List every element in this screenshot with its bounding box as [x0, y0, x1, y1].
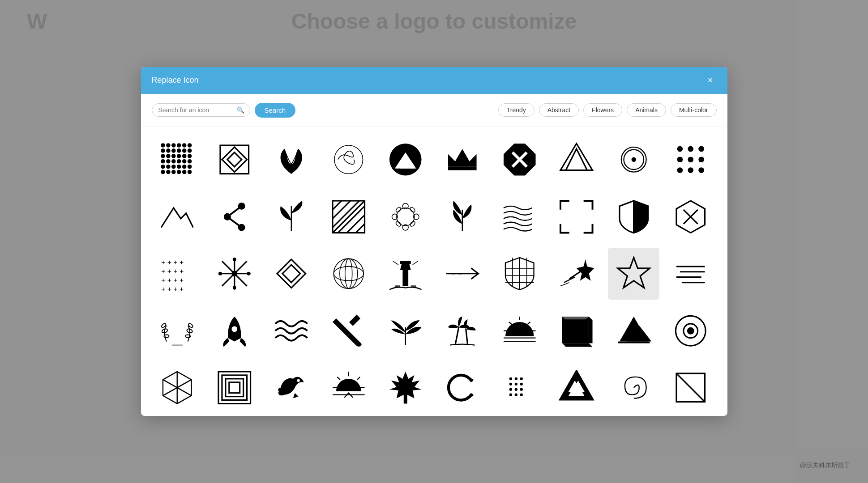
nine-dots-icon[interactable] [665, 134, 716, 186]
shield-grid-icon[interactable] [494, 248, 545, 299]
svg-point-2 [171, 144, 176, 148]
eye-circle-icon[interactable] [665, 305, 716, 356]
bird-icon[interactable] [265, 362, 317, 413]
modal-header: Replace Icon × [141, 67, 727, 94]
svg-point-27 [177, 165, 181, 169]
double-diamond-icon[interactable] [265, 248, 317, 299]
filter-tag-multicolor[interactable]: Multi-color [671, 103, 717, 117]
arrow-right-icon[interactable] [437, 248, 488, 299]
rocket-icon[interactable] [209, 305, 260, 356]
svg-rect-142 [349, 314, 360, 326]
svg-point-22 [182, 159, 187, 164]
svg-point-59 [677, 168, 683, 174]
spiral-icon[interactable] [608, 362, 659, 413]
svg-point-28 [182, 165, 187, 169]
svg-text:+ + + +: + + + + [161, 276, 184, 284]
brush-fill-icon[interactable] [323, 305, 374, 356]
svg-point-4 [182, 144, 187, 148]
shield-half-icon[interactable] [608, 191, 659, 242]
corner-square-icon[interactable] [665, 362, 716, 413]
tropical-leaf-icon[interactable] [265, 134, 317, 186]
svg-rect-109 [402, 270, 408, 286]
plus-grid-icon[interactable]: + + + + + + + + + + + + + + + + [152, 248, 203, 299]
diagonal-lines-icon[interactable] [323, 191, 374, 242]
svg-point-80 [397, 208, 415, 226]
mountain-solid-icon[interactable] [608, 305, 659, 356]
scribble-circle-icon[interactable] [323, 134, 374, 186]
dots-pattern-icon[interactable] [152, 134, 203, 186]
svg-point-35 [188, 170, 192, 174]
svg-point-39 [334, 145, 363, 174]
shooting-star-icon[interactable] [551, 248, 602, 299]
svg-point-168 [297, 379, 300, 382]
mountain-line-icon[interactable] [152, 191, 203, 242]
filter-tag-animals[interactable]: Animals [627, 103, 666, 117]
palm-trees-icon[interactable] [437, 305, 488, 356]
svg-line-171 [357, 377, 359, 380]
icon-grid: + + + + + + + + + + + + + + + + [152, 134, 717, 414]
filter-tag-trendy[interactable]: Trendy [498, 103, 534, 117]
x-hexagon-icon[interactable] [665, 191, 716, 242]
svg-marker-38 [227, 153, 242, 167]
filter-tag-flowers[interactable]: Flowers [583, 103, 622, 117]
search-button[interactable]: Search [255, 103, 296, 118]
svg-point-33 [177, 170, 181, 174]
svg-point-186 [520, 394, 522, 396]
svg-point-181 [509, 388, 512, 391]
svg-line-115 [413, 261, 418, 265]
svg-line-66 [227, 217, 242, 228]
svg-point-141 [231, 326, 237, 332]
mountain-circle-icon[interactable] [380, 134, 431, 186]
connected-dots-icon[interactable] [209, 191, 260, 242]
svg-line-65 [227, 206, 242, 217]
svg-point-30 [161, 170, 166, 174]
svg-point-5 [188, 144, 192, 148]
maple-leaf-icon[interactable] [380, 362, 431, 413]
crown-icon[interactable] [437, 134, 488, 186]
scan-frame-icon[interactable] [551, 191, 602, 242]
wax-seal-icon[interactable] [608, 134, 659, 186]
svg-point-61 [698, 168, 704, 174]
svg-point-57 [688, 157, 693, 163]
star-outline-icon[interactable] [608, 248, 659, 299]
close-button[interactable]: × [704, 74, 717, 87]
x-octagon-icon[interactable] [494, 134, 545, 186]
svg-line-144 [455, 327, 459, 345]
lighthouse-icon[interactable] [380, 248, 431, 299]
dot-grid-icon[interactable] [494, 362, 545, 413]
svg-rect-156 [618, 341, 650, 343]
palm-leaf-icon[interactable] [380, 305, 431, 356]
svg-point-16 [182, 154, 187, 159]
svg-point-56 [677, 157, 683, 163]
filter-tag-abstract[interactable]: Abstract [539, 103, 579, 117]
svg-marker-129 [618, 258, 650, 288]
brush-strokes-icon[interactable] [494, 191, 545, 242]
svg-point-8 [171, 149, 176, 153]
plant-decoration-icon[interactable] [437, 191, 488, 242]
floral-wreath-icon[interactable] [380, 191, 431, 242]
hexagon-outline-icon[interactable] [152, 362, 203, 413]
fabric-square-icon[interactable] [551, 305, 602, 356]
double-triangle-icon[interactable] [551, 134, 602, 186]
waves-icon[interactable] [265, 305, 317, 356]
search-input-wrapper: 🔍 [152, 103, 250, 117]
diamond-square-icon[interactable] [209, 134, 260, 186]
laurel-wreath-icon[interactable] [152, 305, 203, 356]
sunrise-icon[interactable] [323, 362, 374, 413]
sphere-lines-icon[interactable] [323, 248, 374, 299]
leaf-branch-icon[interactable] [265, 191, 317, 242]
svg-marker-110 [400, 263, 411, 270]
search-input[interactable] [158, 106, 237, 114]
snowflake-icon[interactable] [209, 248, 260, 299]
speed-lines-icon[interactable] [665, 248, 716, 299]
svg-point-101 [218, 272, 222, 275]
svg-line-147 [509, 322, 512, 325]
sunset-icon[interactable] [494, 305, 545, 356]
c-logo-icon[interactable] [437, 362, 488, 413]
modal-toolbar: 🔍 Search Trendy Abstract Flowers Animals… [141, 94, 727, 127]
svg-point-53 [677, 146, 683, 152]
svg-marker-104 [277, 259, 306, 288]
svg-point-15 [177, 154, 181, 159]
impossible-triangle-icon[interactable] [551, 362, 602, 413]
nested-squares-icon[interactable] [209, 362, 260, 413]
